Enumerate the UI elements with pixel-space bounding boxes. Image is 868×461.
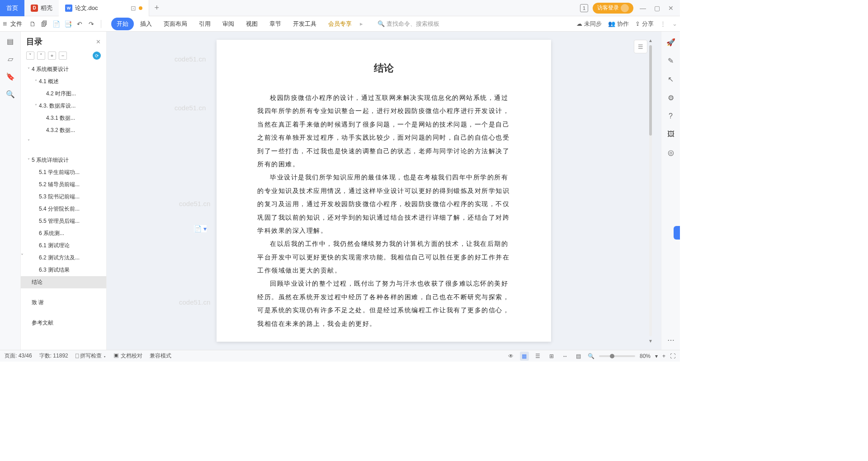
zoom-dropdown-icon[interactable]: ▾ <box>655 353 658 359</box>
sync-status[interactable]: ☁未同步 <box>576 20 602 28</box>
fullscreen-icon[interactable]: ⛶ <box>670 353 675 359</box>
outline-item[interactable]: 4.2 时序图... <box>21 88 106 100</box>
outline-item[interactable]: 6.1 测试理论 <box>21 240 106 252</box>
outline-item[interactable]: 4.3.1 数据... <box>21 112 106 124</box>
tab-document[interactable]: W 论文.doc ⊡ <box>59 0 149 16</box>
weblayout-icon[interactable]: ⊞ <box>547 352 556 361</box>
outline-item[interactable]: 参考文献 <box>21 317 106 329</box>
scroll-up-icon[interactable]: ▲ <box>648 38 653 43</box>
zoom-in[interactable]: + <box>662 353 665 359</box>
zoom-out[interactable]: 🔍 <box>588 353 594 359</box>
proofread-button[interactable]: ▣ 文档校对 <box>113 352 142 360</box>
page-count[interactable]: 页面: 43/46 <box>5 352 32 360</box>
ribbon-tab-devtools[interactable]: 开发工具 <box>288 18 322 30</box>
maximize-button[interactable]: ▢ <box>652 5 662 12</box>
outline-expand-all[interactable]: ˄ <box>37 52 45 60</box>
paragraph-marker-icon[interactable]: 📄 ▾ <box>194 225 207 232</box>
fold-pane-icon[interactable]: ☰ <box>634 40 647 53</box>
undo-icon[interactable]: ↶ <box>75 20 84 28</box>
cursor-icon[interactable]: ↖ <box>668 75 674 84</box>
pen-icon[interactable]: ✎ <box>668 56 674 65</box>
document-area[interactable]: code51.cn code51.cn code51.cn code51.cn … <box>107 32 661 350</box>
bookmark-rail-icon[interactable]: 🔖 <box>6 72 15 81</box>
outline-item[interactable]: 5.5 管理员后端... <box>21 215 106 227</box>
ribbon-tab-review[interactable]: 审阅 <box>217 18 240 30</box>
new-tab-button[interactable]: + <box>149 3 165 13</box>
outline-item[interactable]: ˅5 系统详细设计 <box>21 154 106 166</box>
outline-item[interactable] <box>21 309 106 317</box>
outline-item[interactable]: 6 系统测... <box>21 227 106 240</box>
outline-close-icon[interactable]: ✕ <box>96 38 101 45</box>
ribbon-tab-insert[interactable]: 插入 <box>135 18 157 30</box>
outline-item[interactable]: ˅4.1 概述 <box>21 75 106 88</box>
more-icon[interactable]: ⋮ <box>660 20 666 27</box>
readmode-icon[interactable]: 👁 <box>506 352 515 361</box>
pagelayout-icon[interactable]: ▦ <box>520 352 529 361</box>
help-icon[interactable]: ? <box>669 112 673 120</box>
outline-item[interactable]: ˅4 系统概要设计 <box>21 63 106 75</box>
ribbon-more-icon[interactable]: ▸ <box>358 20 365 27</box>
outline-collapse-all[interactable]: ˅ <box>26 52 34 60</box>
scroll-down-icon[interactable]: ▼ <box>648 339 653 343</box>
target-icon[interactable]: ◎ <box>668 148 674 157</box>
settings-slider-icon[interactable]: ⚙ <box>668 94 674 102</box>
save-icon[interactable]: 🗋 <box>28 20 37 28</box>
outline-add[interactable]: + <box>48 52 56 60</box>
outline-item[interactable]: ˅ <box>21 136 106 146</box>
outline-view-icon[interactable]: ☰ <box>533 352 542 361</box>
ribbon-tab-start[interactable]: 开始 <box>111 18 134 30</box>
close-button[interactable]: ✕ <box>666 5 675 12</box>
redo-icon[interactable]: ↷ <box>87 20 95 28</box>
hamburger-icon[interactable]: ≡ <box>3 20 7 28</box>
fullwidth-icon[interactable]: ↔ <box>561 352 570 361</box>
outline-item[interactable]: 结论 <box>21 276 106 288</box>
share-button[interactable]: ⇪分享 <box>635 20 654 28</box>
minimize-button[interactable]: — <box>638 5 648 12</box>
right-rail-handle[interactable] <box>674 226 680 240</box>
zoom-value[interactable]: 80% <box>640 353 651 359</box>
compat-mode[interactable]: 兼容模式 <box>150 352 171 360</box>
outline-item[interactable]: 5.1 学生前端功... <box>21 166 106 179</box>
outline-item[interactable]: 5.4 分管院长前... <box>21 203 106 215</box>
grid-icon[interactable]: ▤ <box>574 352 583 361</box>
box-rail-icon[interactable]: ▱ <box>8 55 13 63</box>
ribbon-tab-vip[interactable]: 会员专享 <box>323 18 357 30</box>
outline-item[interactable]: 6.3 测试结果 <box>21 264 106 276</box>
outline-item[interactable]: ˅4.3. 数据库设... <box>21 100 106 112</box>
zoom-slider[interactable] <box>599 355 635 357</box>
file-menu[interactable]: 文件 <box>10 20 22 28</box>
notification-badge[interactable]: 1 <box>580 4 588 12</box>
ribbon-tab-chapter[interactable]: 章节 <box>264 18 287 30</box>
outline-list[interactable]: ˅4 系统概要设计˅4.1 概述4.2 时序图...˅4.3. 数据库设...4… <box>21 63 106 350</box>
outline-rail-icon[interactable]: ▤ <box>7 37 14 46</box>
outline-item[interactable] <box>21 288 106 296</box>
collapse-ribbon-icon[interactable]: ⌄ <box>672 20 677 27</box>
tab-daoke[interactable]: D 稻壳 <box>24 0 59 16</box>
scroll-thumb[interactable] <box>649 45 652 136</box>
print-preview-icon[interactable]: 📑 <box>64 20 72 28</box>
outline-item[interactable]: 4.3.2 数据... <box>21 124 106 136</box>
outline-item[interactable]: 5.3 院书记前端... <box>21 191 106 203</box>
login-button[interactable]: 访客登录 <box>593 3 633 14</box>
outline-item[interactable] <box>21 146 106 154</box>
outline-collapse-chevron[interactable]: ˅ <box>21 253 24 259</box>
outline-sync-icon[interactable]: ⟳ <box>93 52 101 60</box>
print-icon[interactable]: 📄 <box>52 20 60 28</box>
vertical-scrollbar[interactable]: ▲ ▼ <box>648 38 653 343</box>
word-count[interactable]: 字数: 11892 <box>39 352 68 360</box>
outline-remove[interactable]: − <box>59 52 67 60</box>
outline-item[interactable]: 致 谢 <box>21 296 106 309</box>
ribbon-tab-view[interactable]: 视图 <box>241 18 263 30</box>
outline-item[interactable]: 6.2 测试方法及... <box>21 252 106 264</box>
saveas-icon[interactable]: 🗐 <box>40 20 48 28</box>
spellcheck-toggle[interactable]: ⎕ 拼写检查 ▾ <box>75 352 107 360</box>
tab-home[interactable]: 首页 <box>0 0 24 16</box>
outline-item[interactable]: 5.2 辅导员前端... <box>21 179 106 191</box>
more-tools-icon[interactable]: ⋯ <box>667 336 675 344</box>
ribbon-tab-layout[interactable]: 页面布局 <box>158 18 193 30</box>
rocket-icon[interactable]: 🚀 <box>666 38 675 47</box>
image-tool-icon[interactable]: 🖼 <box>667 130 675 138</box>
coop-button[interactable]: 👥协作 <box>608 20 629 28</box>
command-search[interactable]: 🔍 查找命令、搜索模板 <box>377 20 439 28</box>
search-rail-icon[interactable]: 🔍 <box>6 90 15 99</box>
